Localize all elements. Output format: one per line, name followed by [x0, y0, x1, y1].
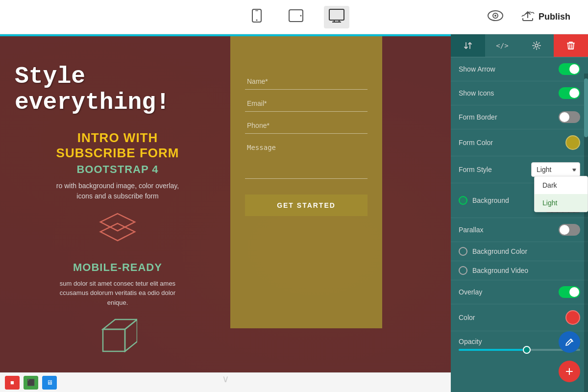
background-row-left: Background [459, 196, 509, 205]
form-color-picker[interactable] [565, 135, 580, 150]
show-arrow-row: Show Arrow [451, 57, 588, 81]
publish-button[interactable]: Publish [513, 6, 578, 28]
color-label: Color [459, 314, 475, 321]
form-area: GET STARTED [230, 34, 382, 328]
name-input[interactable] [245, 74, 368, 90]
bg-video-label: Background Video [472, 267, 528, 274]
overlay-row: Overlay [451, 280, 588, 304]
chevron-down-icon[interactable]: ∨ [222, 373, 229, 385]
svg-marker-12 [100, 214, 135, 231]
intro-title: INTRO WITH SUBSCRIBE FORM [15, 130, 220, 161]
background-radio[interactable] [459, 196, 467, 205]
background-label: Background [472, 196, 509, 204]
color-picker[interactable] [565, 310, 580, 325]
form-border-toggle[interactable] [559, 111, 580, 123]
phone-input[interactable] [245, 118, 368, 134]
form-style-label: Form Style [459, 166, 492, 173]
teal-border [0, 34, 451, 36]
plus-icon: + [565, 365, 573, 378]
add-button[interactable]: + [559, 361, 580, 382]
parallax-toggle[interactable] [559, 224, 580, 236]
code-button[interactable]: </> [485, 34, 519, 57]
overlay-label: Overlay [459, 288, 482, 296]
scrollbar-thumb [584, 78, 588, 137]
device-switcher [245, 5, 349, 29]
settings-button[interactable] [519, 34, 554, 57]
toolbar-right: Publish [488, 6, 578, 28]
message-input[interactable] [245, 140, 368, 179]
parallax-label: Parallax [459, 226, 484, 234]
bg-color-row: Background Color [451, 242, 588, 261]
show-icons-row: Show Icons [451, 81, 588, 105]
mobile-ready-label: MOBILE-READY [15, 261, 220, 274]
form-border-label: Form Border [459, 113, 497, 121]
opacity-label: Opacity [459, 338, 482, 345]
svg-point-4 [300, 15, 302, 16]
panel-toolbar: </> [451, 34, 588, 57]
svg-marker-16 [103, 319, 137, 329]
canvas: Style everything! INTRO WITH SUBSCRIBE F… [0, 34, 451, 392]
publish-label: Publish [539, 12, 570, 22]
edit-button[interactable] [559, 331, 580, 353]
form-style-select-wrapper: Light Dark ▼ [531, 162, 580, 177]
intro-title-line1: INTRO WITH [77, 130, 158, 145]
show-arrow-toggle[interactable] [559, 63, 580, 75]
svg-rect-2 [255, 10, 258, 11]
bg-color-radio[interactable] [459, 247, 467, 256]
opacity-slider-fill [459, 349, 525, 351]
top-toolbar: Publish [0, 0, 588, 34]
bg-video-row: Background Video [451, 261, 588, 280]
main-title: Style everything! [15, 64, 220, 116]
left-content: Style everything! INTRO WITH SUBSCRIBE F… [0, 34, 230, 392]
get-started-button[interactable]: GET STARTED [245, 195, 368, 216]
main-area: Style everything! INTRO WITH SUBSCRIBE F… [0, 34, 588, 392]
form-style-dropdown: Dark Light [534, 176, 588, 212]
scrollbar[interactable] [584, 74, 588, 392]
lorem-text: sum dolor sit amet consec tetur elit ame… [15, 279, 220, 308]
show-icons-toggle[interactable] [559, 87, 580, 99]
svg-point-17 [535, 44, 538, 47]
svg-point-11 [494, 15, 496, 17]
dropdown-item-dark[interactable]: Dark [535, 176, 588, 194]
bg-color-label: Background Color [472, 247, 527, 255]
overlay-toggle[interactable] [559, 286, 580, 298]
bootstrap-label: BOOTSTRAP 4 [15, 163, 220, 176]
mobile-icon[interactable] [245, 5, 268, 29]
show-icons-label: Show Icons [459, 89, 494, 97]
bg-video-radio[interactable] [459, 266, 467, 275]
show-arrow-label: Show Arrow [459, 65, 495, 73]
delete-button[interactable] [554, 34, 588, 57]
box-icon [15, 317, 220, 362]
svg-rect-14 [103, 329, 125, 351]
color-row: Color [451, 304, 588, 331]
sort-button[interactable] [451, 34, 485, 57]
form-color-row: Form Color [451, 129, 588, 156]
description: ro with background image, color overlay,… [15, 181, 220, 201]
opacity-slider-thumb[interactable] [523, 346, 531, 354]
svg-marker-13 [100, 223, 135, 241]
desktop-icon[interactable] [324, 6, 349, 28]
upload-icon [521, 10, 535, 24]
form-style-row: Form Style Light Dark ▼ Dark Light [451, 156, 588, 183]
parallax-row: Parallax [451, 218, 588, 242]
form-color-label: Form Color [459, 139, 493, 147]
form-border-row: Form Border [451, 105, 588, 129]
stack-icon [15, 211, 220, 251]
canvas-content: Style everything! INTRO WITH SUBSCRIBE F… [0, 34, 451, 392]
intro-title-line2: SUBSCRIBE FORM [56, 146, 179, 160]
svg-rect-5 [329, 9, 344, 20]
email-input[interactable] [245, 96, 368, 112]
right-panel: </> Show Arrow [451, 34, 588, 392]
tablet-icon[interactable] [283, 5, 309, 29]
dropdown-item-light[interactable]: Light [535, 194, 588, 212]
svg-point-1 [256, 19, 258, 21]
form-style-select[interactable]: Light Dark [531, 162, 580, 177]
preview-icon[interactable] [488, 9, 503, 24]
code-icon: </> [496, 42, 508, 49]
